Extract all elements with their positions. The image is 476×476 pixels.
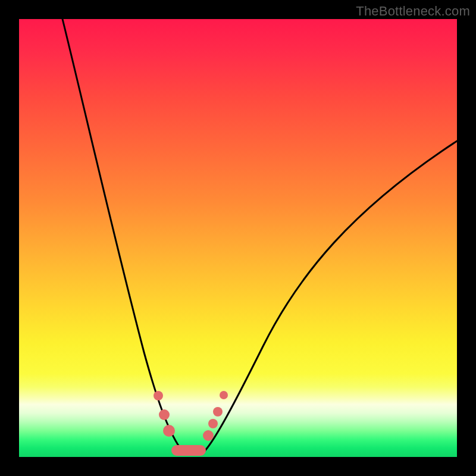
chart-frame: TheBottleneck.com [0,0,476,476]
marker-dot [203,430,214,441]
watermark-text: TheBottleneck.com [356,4,470,19]
marker-dot [213,407,223,416]
marker-dot [154,391,163,400]
curve-left-branch [62,19,183,451]
marker-bottom-bar [171,445,206,456]
chart-plot-area [19,19,457,457]
marker-dot [208,419,218,428]
chart-svg [19,19,457,457]
curve-right-branch [205,141,457,451]
marker-dot [163,425,175,437]
marker-dot [159,409,170,420]
marker-dot [220,391,228,399]
